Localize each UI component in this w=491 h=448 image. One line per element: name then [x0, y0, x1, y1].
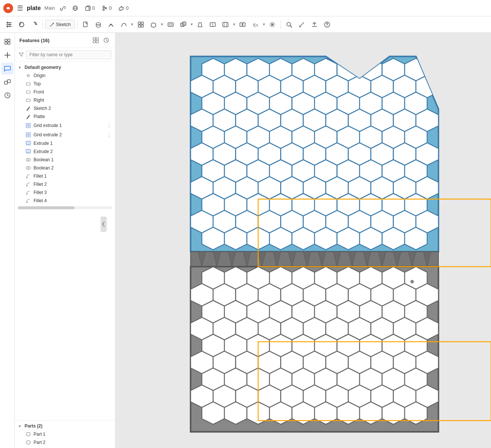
sweep-btn[interactable] — [118, 19, 130, 31]
solidops-dropdown[interactable]: ▼ — [177, 19, 194, 31]
tree-item-extrude1[interactable]: Extrude 1 — [15, 139, 115, 147]
svg-rect-22 — [138, 25, 140, 27]
new-doc-btn[interactable] — [80, 19, 92, 31]
tree-item-part1[interactable]: Part 1 — [15, 430, 115, 438]
shell-btn[interactable] — [165, 19, 177, 31]
link-btn[interactable] — [57, 4, 68, 12]
svg-rect-74 — [26, 135, 28, 137]
tree-item-front-label: Front — [34, 89, 44, 95]
parts-group-label: Parts (2) — [25, 423, 42, 429]
blue-hex-grid — [191, 58, 438, 250]
tree-item-gridex2-dots[interactable]: ⋮ — [106, 131, 112, 138]
toolbar: Sketch ▼ ▼ ▼ — [0, 16, 491, 33]
tree-item-origin[interactable]: Origin — [15, 72, 115, 80]
display-caret[interactable]: ▼ — [232, 22, 236, 26]
sidebar-assembly-btn[interactable] — [1, 76, 13, 88]
inspect-btn[interactable] — [283, 19, 295, 31]
doc-title: plate — [27, 5, 41, 12]
like-count: 0 — [126, 5, 129, 11]
tree-item-sketch2[interactable]: Sketch 2 — [15, 104, 115, 112]
tree-item-fillet1[interactable]: Fillet 1 — [15, 172, 115, 180]
svg-rect-9 — [6, 24, 12, 25]
tree-item-grid-extrude-2[interactable]: Grid extrude 2 ⋮ — [15, 130, 115, 139]
export-btn[interactable] — [308, 19, 320, 31]
hamburger-menu[interactable]: ☰ — [16, 3, 25, 14]
delete-btn[interactable] — [266, 19, 278, 31]
app-logo[interactable] — [3, 3, 13, 13]
boolean1-icon — [25, 157, 31, 163]
solidops-btn[interactable] — [177, 19, 189, 31]
sweep-dropdown[interactable]: ▼ — [118, 19, 134, 31]
tree-group-header-default-geometry[interactable]: ▼ Default geometry — [15, 63, 115, 72]
var-dropdown[interactable]: f(x) ▼ — [249, 19, 266, 31]
tree-item-boolean1[interactable]: Boolean 1 — [15, 156, 115, 164]
sidebar-history-btn[interactable] — [1, 89, 13, 101]
svg-rect-47 — [5, 39, 7, 41]
tree-item-platte[interactable]: Platte — [15, 112, 115, 121]
fp-scrollbar[interactable] — [18, 206, 112, 209]
tree-item-gridex1-dots[interactable]: ⋮ — [106, 122, 112, 129]
revolve-btn[interactable] — [105, 19, 117, 31]
svg-rect-34 — [243, 23, 245, 26]
panel-collapse-btn[interactable] — [101, 217, 107, 232]
fillet4-icon — [25, 198, 31, 204]
redo-btn[interactable] — [28, 19, 40, 31]
sidebar-add-btn[interactable] — [1, 49, 13, 61]
mirror-btn[interactable] — [237, 19, 248, 31]
tree-item-boolean2[interactable]: Boolean 2 — [15, 164, 115, 172]
section-btn[interactable] — [207, 19, 219, 31]
tree-item-fillet4-label: Fillet 4 — [34, 198, 47, 203]
tree-item-right[interactable]: Right — [15, 96, 115, 104]
svg-rect-59 — [96, 41, 98, 43]
variable-btn[interactable]: f(x) — [249, 19, 261, 31]
viewport[interactable] — [115, 33, 491, 448]
tree-group-header-parts[interactable]: ▼ Parts (2) — [15, 422, 115, 430]
help-btn[interactable] — [321, 19, 333, 31]
tree-group-default-geometry: ▼ Default geometry Origin Top — [15, 63, 115, 104]
globe-btn[interactable] — [70, 4, 80, 12]
solidops-caret[interactable]: ▼ — [190, 22, 194, 26]
branch-count: 0 — [109, 5, 112, 11]
fp-filter-input[interactable] — [26, 50, 111, 59]
tree-item-fillet4[interactable]: Fillet 4 — [15, 197, 115, 205]
sweep-caret[interactable]: ▼ — [130, 22, 134, 26]
tools-btn[interactable] — [3, 19, 15, 31]
copies-btn[interactable]: 0 — [83, 4, 97, 12]
draft-btn[interactable] — [194, 19, 206, 31]
tree-item-top[interactable]: Top — [15, 80, 115, 88]
sidebar-comment-btn[interactable] — [1, 63, 13, 74]
gridex2-icon — [25, 132, 31, 138]
surface-dropdown[interactable]: ▼ — [148, 19, 164, 31]
pattern-btn[interactable] — [135, 19, 147, 31]
fp-clock-icon[interactable] — [102, 36, 111, 45]
tree-item-fillet3[interactable]: Fillet 3 — [15, 188, 115, 197]
branch-btn[interactable]: 0 — [99, 4, 114, 12]
display-btn[interactable] — [219, 19, 231, 31]
svg-rect-57 — [96, 38, 98, 40]
surface-btn[interactable] — [148, 19, 159, 31]
extrude1-icon — [25, 140, 31, 146]
undo-btn[interactable] — [16, 19, 28, 31]
extrude-btn[interactable] — [92, 19, 104, 31]
like-btn[interactable]: 0 — [116, 4, 131, 12]
tree-item-front[interactable]: Front — [15, 88, 115, 96]
tree-item-grid-extrude-1[interactable]: Grid extrude 1 ⋮ — [15, 121, 115, 130]
fp-scrollbar-thumb[interactable] — [18, 206, 75, 209]
tree-item-gridex1-label: Grid extrude 1 — [34, 123, 62, 128]
sidebar-features-btn[interactable] — [1, 36, 13, 48]
fp-grid-icon[interactable] — [91, 36, 100, 45]
tree-item-fillet2[interactable]: Fillet 2 — [15, 180, 115, 188]
feature-panel: Features (16) ▼ Default geometry — [15, 33, 115, 448]
tree-item-extrude2[interactable]: Extrude 2 — [15, 147, 115, 156]
default-geometry-chevron: ▼ — [18, 66, 23, 70]
main-area: Features (16) ▼ Default geometry — [0, 33, 491, 448]
var-caret[interactable]: ▼ — [262, 22, 266, 26]
origin-icon — [25, 73, 31, 79]
tree-item-part2[interactable]: Part 2 — [15, 438, 115, 447]
svg-point-6 — [103, 9, 104, 10]
fp-title: Features (16) — [19, 38, 50, 43]
display-dropdown[interactable]: ▼ — [219, 19, 236, 31]
sketch-btn[interactable]: Sketch — [45, 20, 75, 29]
measure-btn[interactable] — [296, 19, 308, 31]
surface-caret[interactable]: ▼ — [160, 22, 164, 26]
